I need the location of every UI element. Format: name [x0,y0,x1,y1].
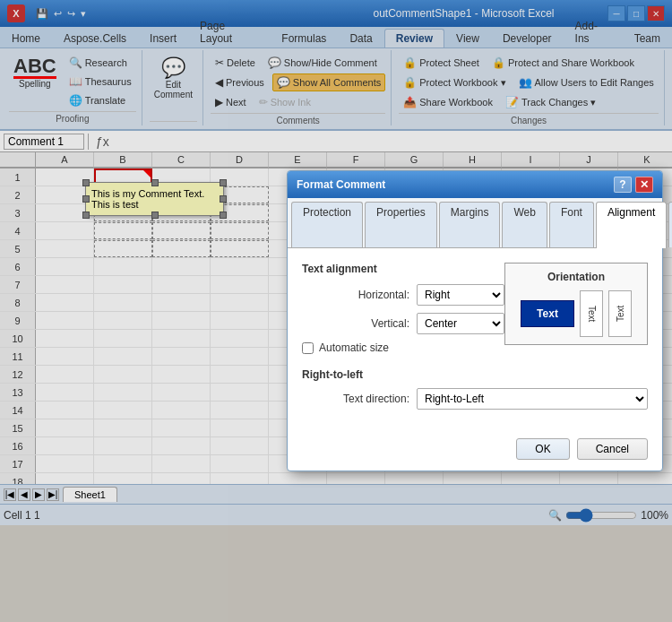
orientation-vr-btn[interactable]: Text [608,290,632,337]
orientation-vl-btn[interactable]: Text [580,290,603,337]
tab-protection[interactable]: Protection [291,202,363,247]
direction-label: Text direction: [302,393,409,405]
help-button[interactable]: ? [614,177,632,193]
dialog-body: Orientation Text Text Text [288,248,662,431]
rtl-section: Right-to-left Text direction: Context Le… [302,368,648,410]
orientation-vertical-right[interactable]: Text [608,290,632,337]
orientation-horizontal[interactable]: Text [521,300,574,327]
dialog-title-text: Format Comment [297,178,385,191]
dialog-overlay: Format Comment ? ✕ Protection Properties… [0,0,672,622]
orientation-section: Orientation Text Text Text [504,263,648,345]
dialog-title-buttons: ? ✕ [614,177,653,193]
tab-colors-lines[interactable]: Colors and Lines [668,202,672,247]
tab-margins[interactable]: Margins [439,202,501,247]
auto-size-row: Automatic size [302,341,504,354]
dialog-footer: OK Cancel [288,431,662,471]
dialog-close-button[interactable]: ✕ [635,177,653,193]
horizontal-label: Horizontal: [302,289,409,301]
tab-alignment[interactable]: Alignment [596,202,667,248]
cancel-button[interactable]: Cancel [577,438,648,460]
tab-font[interactable]: Font [549,202,594,247]
orientation-horizontal-btn[interactable]: Text [521,300,574,327]
tab-properties[interactable]: Properties [365,202,437,247]
direction-row: Text direction: Context Left-to-Right Ri… [302,388,648,410]
dialog-tab-bar: Protection Properties Margins Web Font A… [288,198,662,248]
rtl-title: Right-to-left [302,368,648,381]
ok-button[interactable]: OK [516,438,569,460]
format-comment-dialog: Format Comment ? ✕ Protection Properties… [287,170,663,471]
horizontal-select[interactable]: Left Center Right Justify Distributed [417,284,504,306]
direction-select[interactable]: Context Left-to-Right Right-to-Left [417,388,648,410]
dialog-title-bar: Format Comment ? ✕ [288,171,662,198]
vertical-select[interactable]: Top Center Bottom Justify Distributed [417,313,504,334]
auto-size-checkbox[interactable] [302,342,314,354]
horizontal-row: Horizontal: Left Center Right Justify Di… [302,284,504,306]
auto-size-label: Automatic size [319,341,389,354]
orientation-title: Orientation [513,271,640,283]
orientation-vertical-left[interactable]: Text [580,290,603,337]
tab-web[interactable]: Web [502,202,547,247]
orientation-options: Text Text Text [513,290,640,337]
vertical-row: Vertical: Top Center Bottom Justify Dist… [302,313,504,334]
vertical-label: Vertical: [302,317,409,330]
